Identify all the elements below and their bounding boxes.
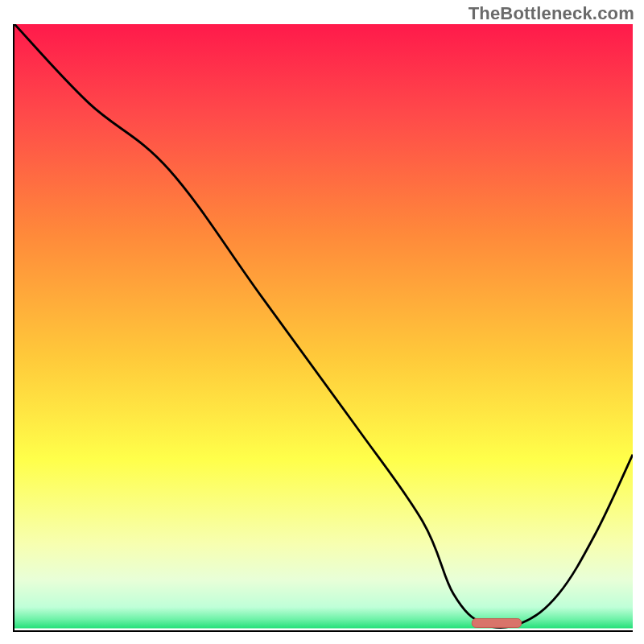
gradient-background (14, 24, 633, 629)
chart-svg (14, 24, 633, 630)
watermark-text: TheBottleneck.com (469, 3, 634, 24)
plot-area (13, 24, 633, 632)
optimum-marker (472, 618, 521, 627)
